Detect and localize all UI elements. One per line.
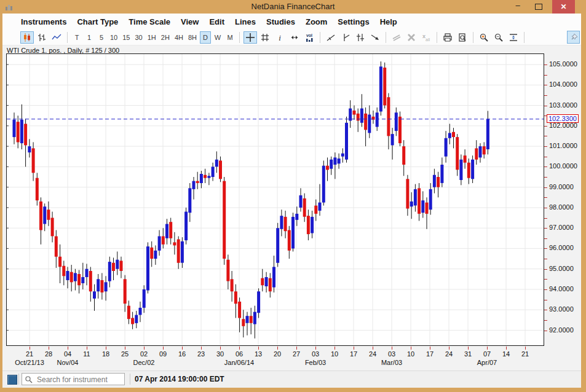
time-axis-label: 02 — [135, 350, 153, 358]
toolbar-print-button[interactable] — [441, 31, 454, 44]
print-preview-icon — [457, 33, 467, 42]
window-content: InstrumentsChart TypeTime ScaleViewEditL… — [2, 14, 581, 387]
toolbar-move-lines-button[interactable] — [390, 31, 403, 44]
toolbar-separator — [320, 32, 320, 43]
price-axis-label: 100.0000 — [549, 162, 577, 170]
maximize-button[interactable] — [531, 0, 547, 14]
price-axis-label: 101.0000 — [549, 142, 577, 149]
menu-zoom[interactable]: Zoom — [306, 17, 327, 26]
toolbar-print-preview-button[interactable] — [456, 31, 469, 44]
separator — [18, 374, 19, 385]
toolbar-ohlc-bar-chart-button[interactable] — [35, 31, 49, 44]
menu-help[interactable]: Help — [380, 17, 397, 26]
line-chart-icon — [52, 33, 61, 42]
time-axis-label: 21 — [516, 350, 534, 358]
status-app-icon[interactable] — [7, 375, 17, 385]
toolbar-scale-10min-button[interactable]: 10 — [108, 31, 119, 44]
close-button[interactable]: ✕ — [552, 0, 575, 14]
toolbar-separator — [386, 32, 386, 43]
toolbar-scale-monthly-button[interactable]: M — [224, 31, 236, 44]
fit-vertical-icon — [509, 33, 518, 42]
toolbar-scale-30min-button[interactable]: 30 — [133, 31, 145, 44]
menu-edit[interactable]: Edit — [209, 17, 224, 26]
toolbar-delete-line-button[interactable] — [405, 31, 418, 44]
minimize-button[interactable]: – — [510, 0, 526, 14]
toolbar-arrow-tool-button[interactable] — [368, 31, 382, 44]
menu-view[interactable]: View — [181, 17, 199, 26]
time-axis-label: 14 — [497, 350, 515, 358]
zoom-out-icon — [494, 33, 504, 42]
toolbar-volume-button[interactable]: vol — [303, 31, 316, 44]
toolbar-trend-line-button[interactable] — [324, 31, 338, 44]
price-axis-label: 93.0000 — [549, 305, 574, 313]
title-bar[interactable]: NetDania FinanceChart – ✕ — [0, 0, 586, 14]
time-axis-label: 17 — [421, 350, 439, 358]
time-axis-label: 28 — [39, 350, 58, 358]
price-axis-label: 99.0000 — [549, 183, 574, 190]
toolbar-scale-15min-button[interactable]: 15 — [121, 31, 132, 44]
time-axis-label: 09 — [154, 350, 172, 358]
time-axis-label: 30 — [211, 350, 229, 358]
candlestick-plot[interactable] — [6, 53, 544, 346]
print-icon — [443, 33, 453, 42]
price-axis-label: 96.0000 — [549, 244, 574, 251]
svg-text:i: i — [279, 33, 281, 42]
toolbar-fit-vertical-button[interactable] — [507, 31, 520, 44]
menu-studies[interactable]: Studies — [266, 17, 295, 26]
time-axis-month-label: Apr/07 — [465, 359, 509, 366]
toolbar-pin-button[interactable] — [567, 31, 580, 44]
zoom-in-icon — [479, 33, 489, 42]
toolbar-crosshair-button[interactable] — [244, 31, 257, 44]
menu-instruments[interactable]: Instruments — [21, 17, 66, 26]
search-icon — [25, 375, 33, 384]
toolbar-scale-4hour-button[interactable]: 4H — [173, 31, 185, 44]
search-input[interactable] — [36, 374, 124, 385]
candlestick-icon — [22, 33, 32, 42]
toolbar-line-chart-button[interactable] — [50, 31, 63, 44]
trend-line-icon — [326, 33, 336, 42]
toolbar-scale-2hour-button[interactable]: 2H — [159, 31, 172, 44]
menu-settings[interactable]: Settings — [338, 17, 369, 26]
menu-lines[interactable]: Lines — [235, 17, 256, 26]
instrument-search-box[interactable] — [22, 373, 125, 385]
toolbar-delete-all-lines-button[interactable]: xall — [419, 31, 433, 44]
time-axis-label: 25 — [116, 350, 134, 358]
menu-time-scale[interactable]: Time Scale — [129, 17, 170, 26]
toolbar-scale-5min-button[interactable]: 5 — [96, 31, 107, 44]
toolbar-grid-button[interactable] — [258, 31, 272, 44]
toolbar-scale-1hour-button[interactable]: 1H — [146, 31, 158, 44]
timestamp: 07 Apr 2014 19:00:00 EDT — [135, 375, 224, 383]
toolbar-scale-daily-button[interactable]: D — [200, 31, 211, 44]
toolbar-separator — [67, 32, 68, 43]
toolbar-zoom-in-button[interactable] — [477, 31, 491, 44]
time-axis-month-label: Nov/04 — [46, 359, 89, 366]
time-axis-label: 24 — [363, 350, 382, 358]
chart-area: WTI Crude 1. pos. , Daily, # 125 / 300 1… — [2, 45, 581, 370]
toolbar-scale-weekly-button[interactable]: W — [212, 31, 223, 44]
toolbar-candlestick-chart-button[interactable] — [20, 31, 34, 44]
time-axis[interactable]: 2128041118250209162330061320270310172403… — [6, 346, 553, 369]
toolbar-scale-8hour-button[interactable]: 8H — [186, 31, 199, 44]
price-axis[interactable]: 105.0000104.0000103.0000102.0000101.0000… — [544, 53, 581, 361]
toolbar-parallel-lines-button[interactable] — [354, 31, 367, 44]
svg-text:all: all — [426, 37, 430, 42]
price-axis-label: 92.0000 — [549, 326, 574, 334]
toolbar-separator — [239, 32, 240, 43]
menu-bar: InstrumentsChart TypeTime ScaleViewEditL… — [2, 14, 581, 29]
time-axis-label: 16 — [173, 350, 191, 358]
pin-icon — [569, 33, 579, 42]
toolbar-info-button[interactable]: i — [273, 31, 287, 44]
toolbar-scale-1min-button[interactable]: 1 — [84, 31, 95, 44]
menu-chart-type[interactable]: Chart Type — [77, 17, 118, 26]
vertical-line-icon — [341, 33, 350, 42]
time-axis-month-label: Dec/02 — [122, 359, 165, 366]
time-axis-label: 21 — [20, 350, 39, 358]
crosshair-icon — [245, 33, 255, 42]
toolbar-zoom-out-button[interactable] — [492, 31, 505, 44]
toolbar-tick-scale-button[interactable]: T — [71, 31, 82, 44]
time-axis-label: 04 — [58, 350, 77, 358]
time-axis-month-label: Jan/06/14 — [218, 359, 261, 366]
toolbar-separator — [524, 32, 525, 43]
toolbar-vertical-line-button[interactable] — [339, 31, 352, 44]
toolbar-horizontal-scroll-button[interactable] — [288, 31, 301, 44]
